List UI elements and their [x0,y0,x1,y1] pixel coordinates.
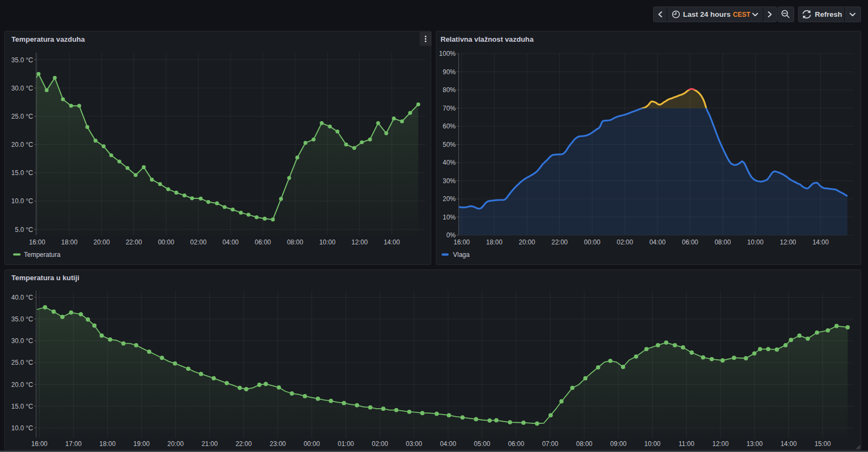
svg-text:30.0 °C: 30.0 °C [11,85,33,92]
svg-text:Relativna vlažnost vazduha: Relativna vlažnost vazduha [441,35,534,43]
svg-text:01:00: 01:00 [337,440,354,448]
svg-text:25.0 °C: 25.0 °C [11,359,33,366]
svg-text:16:00: 16:00 [454,238,470,246]
svg-text:02:00: 02:00 [190,238,207,246]
svg-text:16:00: 16:00 [31,440,47,448]
svg-text:20%: 20% [443,195,456,203]
svg-text:14:00: 14:00 [781,440,797,448]
svg-text:35.0 °C: 35.0 °C [11,56,33,64]
svg-text:70%: 70% [443,105,456,112]
svg-text:30.0 °C: 30.0 °C [11,337,33,345]
svg-text:18:00: 18:00 [486,238,502,246]
svg-text:20:00: 20:00 [519,238,535,246]
svg-text:22:00: 22:00 [235,440,252,448]
svg-text:00:00: 00:00 [584,238,601,246]
svg-text:18:00: 18:00 [61,238,78,246]
svg-text:20:00: 20:00 [168,440,184,448]
svg-text:40%: 40% [443,159,456,166]
svg-text:14:00: 14:00 [384,238,400,246]
svg-text:10%: 10% [443,214,456,221]
svg-text:22:00: 22:00 [551,238,567,246]
svg-text:Last 24 hours: Last 24 hours [683,10,731,18]
svg-text:10:00: 10:00 [319,238,335,246]
svg-text:10.0 °C: 10.0 °C [11,424,33,432]
svg-text:20:00: 20:00 [93,238,110,246]
svg-text:22:00: 22:00 [126,238,142,246]
svg-text:Refresh: Refresh [815,10,842,18]
svg-text:Temperatura vazduha: Temperatura vazduha [11,35,85,43]
svg-text:16:00: 16:00 [29,238,45,246]
svg-text:17:00: 17:00 [65,440,81,448]
svg-text:23:00: 23:00 [270,440,286,448]
svg-text:CEST: CEST [733,11,751,18]
svg-text:5.0 °C: 5.0 °C [15,226,34,234]
svg-text:04:00: 04:00 [222,238,239,246]
svg-text:12:00: 12:00 [780,238,796,246]
svg-text:02:00: 02:00 [372,440,388,448]
svg-text:10:00: 10:00 [644,440,660,448]
svg-text:15:00: 15:00 [814,440,831,448]
svg-text:03:00: 03:00 [406,440,422,448]
svg-text:50%: 50% [443,141,456,148]
svg-text:06:00: 06:00 [682,238,698,246]
svg-text:06:00: 06:00 [508,440,524,448]
svg-text:30%: 30% [443,177,456,185]
svg-text:08:00: 08:00 [576,440,592,448]
svg-text:14:00: 14:00 [813,238,829,246]
svg-text:35.0 °C: 35.0 °C [11,315,33,323]
svg-text:08:00: 08:00 [287,238,303,246]
svg-text:18:00: 18:00 [99,440,116,448]
svg-text:13:00: 13:00 [746,440,763,448]
svg-text:06:00: 06:00 [254,238,271,246]
svg-text:Temperatura u kutiji: Temperatura u kutiji [11,274,79,282]
svg-text:04:00: 04:00 [649,238,666,246]
svg-text:Temperatura: Temperatura [24,251,61,259]
svg-text:08:00: 08:00 [714,238,731,246]
svg-text:60%: 60% [443,122,456,130]
svg-text:20.0 °C: 20.0 °C [11,381,33,389]
svg-text:25.0 °C: 25.0 °C [11,113,33,120]
svg-text:20.0 °C: 20.0 °C [11,141,33,148]
svg-text:05:00: 05:00 [474,440,490,448]
svg-text:04:00: 04:00 [440,440,456,448]
svg-text:00:00: 00:00 [158,238,174,246]
svg-text:09:00: 09:00 [610,440,627,448]
svg-text:10.0 °C: 10.0 °C [11,197,33,205]
svg-text:21:00: 21:00 [201,440,218,448]
svg-text:11:00: 11:00 [679,440,694,448]
svg-text:40.0 °C: 40.0 °C [11,294,33,301]
svg-text:Vlaga: Vlaga [453,251,470,259]
svg-text:02:00: 02:00 [617,238,633,246]
svg-text:90%: 90% [443,68,456,76]
svg-text:15.0 °C: 15.0 °C [11,169,33,177]
svg-text:07:00: 07:00 [542,440,558,448]
svg-text:00:00: 00:00 [304,440,320,448]
svg-text:15.0 °C: 15.0 °C [11,403,33,410]
svg-text:100%: 100% [439,50,456,57]
svg-text:12:00: 12:00 [712,440,729,448]
svg-text:10:00: 10:00 [747,238,763,246]
svg-text:19:00: 19:00 [133,440,150,448]
svg-text:80%: 80% [443,86,456,94]
svg-text:12:00: 12:00 [352,238,368,246]
